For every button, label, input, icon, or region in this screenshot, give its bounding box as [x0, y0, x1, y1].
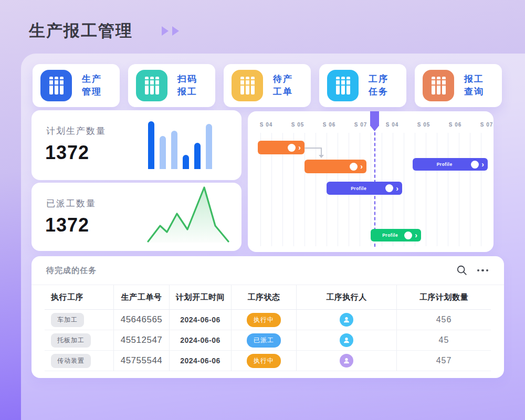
- process-cell: 托板加工: [45, 330, 113, 351]
- column-header: 工序计划数量: [396, 285, 491, 310]
- main-container: 生产管理 扫码报工 待产工单 工序任务 报工查询 计划生产数量 1372: [21, 54, 525, 420]
- bar-segment: [194, 143, 201, 169]
- nav-label: 扫码报工: [177, 73, 197, 98]
- nav-row: 生产管理 扫码报工 待产工单 工序任务 报工查询: [33, 64, 502, 107]
- chevron-right-icon: [481, 161, 484, 168]
- nav-card-report-query[interactable]: 报工查询: [415, 64, 502, 107]
- column-header: 工序执行人: [296, 285, 396, 310]
- panel-title: 待完成的任务: [46, 266, 456, 276]
- qty-cell: 456: [396, 310, 491, 330]
- chevron-right-icon: [298, 144, 301, 151]
- pending-tasks-panel: 待完成的任务 执行工序 生产工单号 计划开工时间 工序状态 工序执行人 工序计划…: [32, 256, 504, 378]
- nav-label: 待产工单: [273, 73, 293, 98]
- more-options-icon[interactable]: [477, 269, 489, 272]
- status-badge: 已派工: [247, 333, 281, 348]
- timeline-label: S 05: [412, 122, 435, 128]
- chevron-right-icon: [360, 163, 363, 170]
- dependency-connector: [304, 148, 322, 149]
- stat-label: 已派工数量: [46, 197, 96, 209]
- date-cell: 2024-06-06: [169, 351, 231, 371]
- process-badge: 车加工: [51, 313, 84, 327]
- process-cell: 传动装置: [45, 351, 113, 371]
- nav-card-production-management[interactable]: 生产管理: [33, 64, 120, 107]
- timeline-label: S 05: [286, 122, 309, 128]
- column-header: 执行工序: [45, 285, 113, 310]
- assignee-dot-icon: [350, 163, 358, 171]
- timeline-label: S 06: [444, 122, 467, 128]
- panel-header: 待完成的任务: [32, 256, 504, 285]
- nav-card-pending-work-orders[interactable]: 待产工单: [224, 64, 311, 107]
- gantt-bar-task-1[interactable]: [258, 141, 304, 154]
- status-cell: 执行中: [231, 310, 296, 330]
- play-arrow-icon: [172, 26, 179, 36]
- qty-cell: 457: [396, 351, 491, 371]
- avatar[interactable]: [340, 333, 353, 347]
- date-cell: 2024-06-06: [169, 310, 231, 330]
- timeline-label: S 07: [349, 122, 372, 128]
- gantt-bar-task-2[interactable]: [304, 160, 366, 173]
- assignee-dot-icon: [288, 144, 296, 152]
- column-header: 生产工单号: [113, 285, 169, 310]
- bar-segment: [206, 124, 212, 169]
- executor-cell: [296, 330, 396, 351]
- search-icon[interactable]: [456, 265, 468, 276]
- dispatched-quantity-card: 已派工数量 1372: [32, 183, 242, 251]
- status-cell: 已派工: [231, 330, 296, 351]
- timeline-label: S 07: [475, 122, 494, 128]
- dependency-connector: [321, 148, 322, 155]
- process-badge: 传动装置: [51, 354, 91, 368]
- status-badge: 执行中: [247, 354, 281, 368]
- date-cell: 2024-06-06: [169, 330, 231, 351]
- nav-card-process-tasks[interactable]: 工序任务: [319, 64, 406, 107]
- person-icon: [342, 316, 351, 324]
- status-badge: 执行中: [247, 313, 281, 327]
- order-cell: 45755544: [113, 351, 169, 371]
- nav-card-scan-report[interactable]: 扫码报工: [128, 64, 215, 107]
- executor-cell: [296, 310, 396, 330]
- stat-value: 1372: [45, 142, 89, 164]
- person-icon: [342, 356, 351, 365]
- timeline-label: S 04: [255, 122, 278, 128]
- mini-line-chart: [147, 185, 231, 245]
- page: 生产报工管理 生产管理 扫码报工 待产工单 工序任务: [0, 0, 525, 420]
- books-icon: [232, 70, 263, 101]
- gantt-bar-label: Profile: [332, 186, 385, 191]
- dependency-arrow-icon: [319, 155, 324, 158]
- nav-label: 生产管理: [82, 73, 102, 98]
- stat-value: 1372: [45, 214, 89, 236]
- bar-segment: [148, 121, 154, 169]
- gantt-bar-label: Profile: [418, 162, 471, 167]
- order-cell: 45512547: [113, 330, 169, 351]
- executor-cell: [296, 351, 396, 371]
- status-cell: 执行中: [231, 351, 296, 371]
- gantt-bar-task-5[interactable]: Profile: [371, 229, 421, 242]
- column-header: 计划开工时间: [169, 285, 231, 310]
- bar-segment: [183, 155, 189, 169]
- nav-label: 工序任务: [369, 73, 388, 98]
- play-arrow-icon: [162, 26, 169, 36]
- process-badge: 托板加工: [51, 333, 91, 348]
- nav-label: 报工查询: [464, 73, 484, 98]
- title-arrows-icon: [162, 26, 179, 36]
- chevron-right-icon: [415, 232, 417, 239]
- current-time-marker[interactable]: [370, 111, 379, 131]
- assignee-dot-icon: [404, 232, 412, 239]
- avatar[interactable]: [340, 313, 353, 327]
- process-cell: 车加工: [45, 310, 113, 330]
- column-header: 工序状态: [231, 285, 296, 310]
- timeline-label: S 04: [381, 122, 404, 128]
- qty-cell: 45: [396, 330, 491, 351]
- bar-segment: [160, 136, 166, 169]
- books-icon: [327, 70, 359, 101]
- gantt-bar-task-3[interactable]: Profile: [327, 182, 402, 195]
- assignee-dot-icon: [385, 184, 393, 192]
- person-icon: [342, 336, 351, 344]
- stat-label: 计划生产数量: [46, 125, 106, 137]
- assignee-dot-icon: [471, 161, 479, 169]
- tasks-table: 执行工序 生产工单号 计划开工时间 工序状态 工序执行人 工序计划数量 车加工 …: [45, 285, 491, 371]
- bar-segment: [171, 131, 177, 169]
- order-cell: 45646565: [113, 310, 169, 330]
- avatar[interactable]: [340, 354, 353, 368]
- gantt-panel: S 04 S 05 S 06 S 07 S 04 S 05 S 06 S 07: [248, 111, 494, 252]
- gantt-bar-task-4[interactable]: Profile: [413, 158, 488, 171]
